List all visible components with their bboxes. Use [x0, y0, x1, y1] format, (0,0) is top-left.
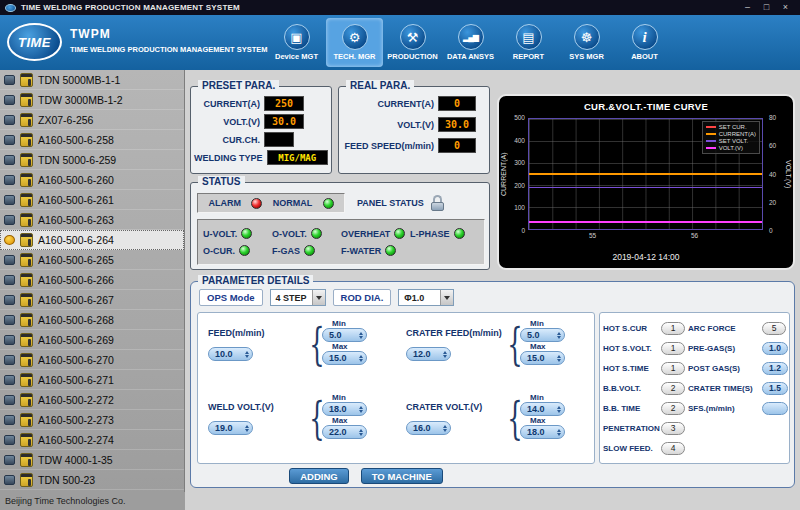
nav-report[interactable]: ▤ REPORT	[500, 18, 557, 67]
crater-volt-min-spinner[interactable]: 14.0	[520, 402, 565, 416]
device-list-item[interactable]: TDN 5000-6-259	[0, 150, 184, 170]
device-list-item[interactable]: A160-500-6-260	[0, 170, 184, 190]
device-list-item[interactable]: A160-500-6-265	[0, 250, 184, 270]
device-list-item[interactable]: A160-500-6-268	[0, 310, 184, 330]
chevron-down-icon[interactable]	[440, 290, 453, 305]
weld-volt-value-spinner[interactable]: 19.0	[208, 421, 253, 435]
feed-value-spinner[interactable]: 10.0	[208, 347, 253, 361]
hot-s-cur-stepper[interactable]: 1	[661, 322, 685, 335]
l-phase-led	[454, 228, 465, 239]
device-list-item[interactable]: A160-500-6-261	[0, 190, 184, 210]
device-list-item[interactable]: A160-500-6-270	[0, 350, 184, 370]
spin-up-icon[interactable]	[557, 355, 561, 358]
param-row: HOT S.CUR 1 ARC FORCE 5	[603, 318, 786, 338]
device-list-item[interactable]: TDW 3000MB-1-2	[0, 90, 184, 110]
crater-volt-max-spinner[interactable]: 18.0	[520, 425, 565, 439]
feed-min-spinner[interactable]: 5.0	[322, 328, 367, 342]
spin-down-icon[interactable]	[359, 410, 363, 413]
spin-up-icon[interactable]	[359, 332, 363, 335]
spin-down-icon[interactable]	[245, 429, 249, 432]
spin-down-icon[interactable]	[557, 410, 561, 413]
nav-device-mgt[interactable]: ▣ Device MGT	[268, 18, 325, 67]
device-list-item[interactable]: A160-500-6-266	[0, 270, 184, 290]
crater-volt-value-spinner[interactable]: 16.0	[406, 421, 451, 435]
spin-down-icon[interactable]	[245, 355, 249, 358]
penetration-stepper[interactable]: 3	[661, 422, 685, 435]
device-list-item[interactable]: A160-500-2-272	[0, 390, 184, 410]
device-list-item[interactable]: ZX07-6-256	[0, 110, 184, 130]
device-list-item[interactable]: A160-500-6-267	[0, 290, 184, 310]
adding-button[interactable]: ADDING	[289, 468, 348, 484]
weld-volt-min-spinner[interactable]: 18.0	[322, 402, 367, 416]
pre-gas-value[interactable]: 1.0	[762, 342, 788, 355]
spin-up-icon[interactable]	[245, 351, 249, 354]
crater-feed-max-spinner[interactable]: 15.0	[520, 351, 565, 365]
arc-force-stepper[interactable]: 5	[762, 322, 786, 335]
device-list-item[interactable]: A160-500-2-274	[0, 430, 184, 450]
bar-chart-icon: ▂▄▆	[458, 24, 484, 50]
real-volt-display: 30.0	[438, 117, 476, 132]
spin-up-icon[interactable]	[443, 425, 447, 428]
ops-mode-select[interactable]: 4 STEP	[270, 289, 326, 306]
spin-down-icon[interactable]	[359, 359, 363, 362]
advanced-params-panel: HOT S.CUR 1 ARC FORCE 5 HOT S.VOLT. 1 PR…	[599, 312, 790, 464]
nav-sys-mgr[interactable]: ☸ SYS MGR	[558, 18, 615, 67]
weld-volt-max-spinner[interactable]: 22.0	[322, 425, 367, 439]
welder-icon	[20, 93, 33, 107]
spin-down-icon[interactable]	[443, 355, 447, 358]
spin-up-icon[interactable]	[557, 429, 561, 432]
slow-feed-stepper[interactable]: 4	[661, 442, 685, 455]
spin-down-icon[interactable]	[557, 359, 561, 362]
spin-up-icon[interactable]	[245, 425, 249, 428]
spin-up-icon[interactable]	[557, 332, 561, 335]
crater-feed-value-spinner[interactable]: 12.0	[406, 347, 451, 361]
spin-up-icon[interactable]	[359, 406, 363, 409]
spin-up-icon[interactable]	[557, 406, 561, 409]
panel-status: PANEL STATUS	[357, 193, 444, 213]
bb-volt-stepper[interactable]: 2	[661, 382, 685, 395]
hot-s-volt-stepper[interactable]: 1	[661, 342, 685, 355]
rod-dia-select[interactable]: Φ1.0	[398, 289, 454, 306]
sfs-value[interactable]	[762, 402, 788, 415]
device-list-item[interactable]: A160-500-2-273	[0, 410, 184, 430]
crater-feed-min-spinner[interactable]: 5.0	[520, 328, 565, 342]
device-list-item[interactable]: A160-500-6-263	[0, 210, 184, 230]
preset-current-row: CURRENT(A) 250	[194, 96, 328, 111]
nav-tech-mgr[interactable]: ⚙ TECH. MGR	[326, 18, 383, 67]
close-button[interactable]: ×	[776, 1, 795, 14]
device-list-item[interactable]: A160-500-6-258	[0, 130, 184, 150]
spin-up-icon[interactable]	[443, 351, 447, 354]
feed-max-spinner[interactable]: 15.0	[322, 351, 367, 365]
nav-data-ansys[interactable]: ▂▄▆ DATA ANSYS	[442, 18, 499, 67]
device-list-item[interactable]: A160-500-6-269	[0, 330, 184, 350]
device-list-item[interactable]: TDW 4000-1-35	[0, 450, 184, 470]
device-list-item[interactable]: TDN 5000MB-1-1	[0, 70, 184, 90]
indicator-overheat: OVERHEAT	[341, 228, 410, 239]
spin-up-icon[interactable]	[359, 429, 363, 432]
crater-time-value[interactable]: 1.5	[762, 382, 788, 395]
bb-time-stepper[interactable]: 2	[661, 402, 685, 415]
maximize-button[interactable]: □	[757, 1, 776, 14]
minimize-button[interactable]: –	[738, 1, 757, 14]
device-list-item[interactable]: A160-500-6-271	[0, 370, 184, 390]
nav-about[interactable]: i ABOUT	[616, 18, 673, 67]
spin-up-icon[interactable]	[359, 355, 363, 358]
device-list-item[interactable]: TDN 500-23	[0, 470, 184, 490]
device-list-item-selected[interactable]: A160-500-6-264	[0, 230, 184, 250]
spin-down-icon[interactable]	[443, 429, 447, 432]
welder-icon	[20, 173, 33, 187]
chart-ylabel-left: CURRENT(A)	[500, 118, 507, 230]
gear-icon: ⚙	[342, 24, 368, 50]
hot-s-time-stepper[interactable]: 1	[661, 362, 685, 375]
chevron-down-icon[interactable]	[312, 290, 325, 305]
spin-down-icon[interactable]	[557, 336, 561, 339]
spinner-panel: FEED(m/min) 10.0 { Min 5.0 Max 15.0 CRAT…	[197, 312, 595, 464]
footer-company: Beijing Time Technologies Co.	[0, 492, 185, 510]
to-machine-button[interactable]: TO MACHINE	[361, 468, 443, 484]
post-gas-value[interactable]: 1.2	[762, 362, 788, 375]
spin-down-icon[interactable]	[557, 433, 561, 436]
nav-production[interactable]: ⚒ PRODUCTION	[384, 18, 441, 67]
spin-down-icon[interactable]	[359, 336, 363, 339]
app-icon	[5, 4, 16, 12]
spin-down-icon[interactable]	[359, 433, 363, 436]
